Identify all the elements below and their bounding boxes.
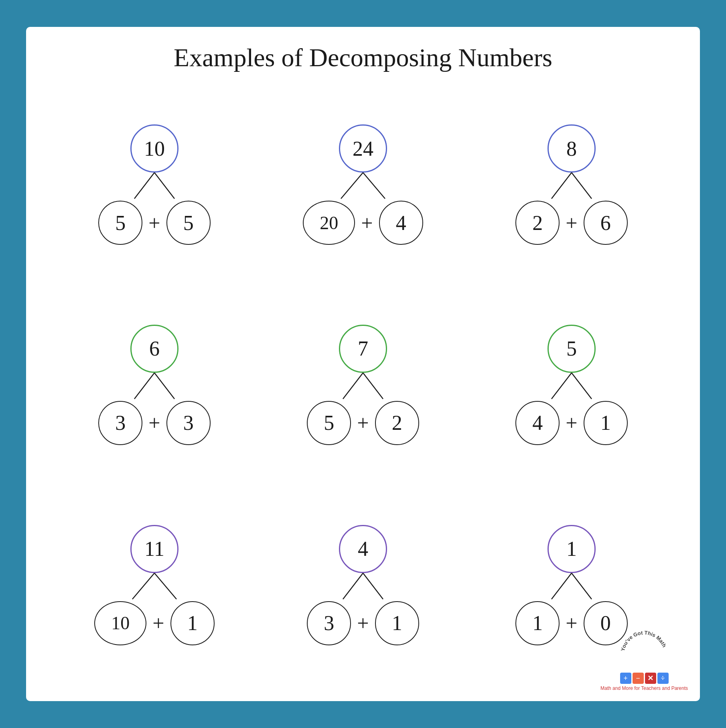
root-circle-4: 6	[130, 325, 178, 373]
leaves-row-4: 3 + 3	[98, 401, 210, 445]
left-leaf-2: 20	[303, 201, 355, 245]
right-leaf-6: 1	[584, 401, 628, 445]
root-circle-7: 11	[130, 525, 178, 573]
main-card: Examples of Decomposing Numbers 10 5 + 5	[26, 27, 700, 701]
svg-line-2	[341, 173, 363, 199]
left-leaf-5: 5	[307, 401, 351, 445]
branch-svg-9	[527, 573, 616, 601]
root-circle-2: 24	[339, 124, 387, 173]
branch-svg-7	[106, 573, 203, 601]
svg-line-9	[363, 373, 383, 399]
number-tree-1: 10 5 + 5	[98, 124, 210, 245]
number-tree-2: 24 20 + 4	[303, 124, 423, 245]
tree-cell-6: 5 4 + 1	[467, 285, 676, 485]
svg-line-3	[363, 173, 385, 199]
brand-tagline: Math and More for Teachers and Parents	[600, 685, 688, 691]
branch-svg-1	[110, 173, 199, 201]
left-leaf-3: 2	[515, 201, 560, 245]
number-tree-4: 6 3 + 3	[98, 325, 210, 445]
plus-4: +	[148, 411, 160, 435]
number-tree-9: 1 1 + 0	[515, 525, 627, 645]
branch-svg-3	[527, 173, 616, 201]
svg-line-11	[572, 373, 592, 399]
root-circle-9: 1	[548, 525, 596, 573]
branch-svg-2	[315, 173, 411, 201]
tree-top-9: 1	[527, 525, 616, 601]
right-leaf-2: 4	[379, 201, 423, 245]
number-tree-3: 8 2 + 6	[515, 124, 627, 245]
minus-icon: −	[633, 673, 644, 684]
divide-icon: ÷	[657, 673, 669, 684]
svg-line-0	[134, 173, 154, 199]
tree-top-5: 7	[319, 325, 407, 401]
svg-line-4	[552, 173, 572, 199]
page-title: Examples of Decomposing Numbers	[174, 43, 552, 73]
svg-line-1	[154, 173, 174, 199]
right-leaf-8: 1	[375, 601, 419, 645]
svg-line-10	[552, 373, 572, 399]
plus-2: +	[361, 211, 373, 235]
tree-cell-2: 24 20 + 4	[259, 85, 467, 285]
leaves-row-1: 5 + 5	[98, 201, 210, 245]
left-leaf-6: 4	[515, 401, 560, 445]
svg-line-6	[134, 373, 154, 399]
svg-text:You've Got This Math: You've Got This Math	[620, 630, 667, 652]
number-tree-5: 7 5 + 2	[307, 325, 419, 445]
tree-top-1: 10	[110, 124, 199, 201]
leaves-row-6: 4 + 1	[515, 401, 627, 445]
svg-line-12	[132, 573, 154, 599]
branch-svg-4	[110, 373, 199, 401]
branch-svg-5	[319, 373, 407, 401]
svg-line-15	[363, 573, 383, 599]
root-circle-5: 7	[339, 325, 387, 373]
left-leaf-1: 5	[98, 201, 142, 245]
number-tree-7: 11 10 + 1	[94, 525, 214, 645]
tree-cell-3: 8 2 + 6	[467, 85, 676, 285]
left-leaf-8: 3	[307, 601, 351, 645]
tree-top-4: 6	[110, 325, 199, 401]
leaves-row-3: 2 + 6	[515, 201, 627, 245]
svg-line-13	[154, 573, 176, 599]
svg-line-8	[343, 373, 363, 399]
plus-1: +	[148, 211, 160, 235]
root-circle-8: 4	[339, 525, 387, 573]
plus-8: +	[357, 611, 369, 635]
right-leaf-3: 6	[584, 201, 628, 245]
svg-line-17	[572, 573, 592, 599]
right-leaf-7: 1	[170, 601, 215, 645]
left-leaf-9: 1	[515, 601, 560, 645]
right-leaf-1: 5	[166, 201, 211, 245]
plus-9: +	[566, 611, 577, 635]
left-leaf-4: 3	[98, 401, 142, 445]
tree-top-6: 5	[527, 325, 616, 401]
watermark: You've Got This Math + − ✕ ÷ Math and Mo…	[600, 628, 688, 691]
svg-line-7	[154, 373, 174, 399]
leaves-row-5: 5 + 2	[307, 401, 419, 445]
tree-cell-5: 7 5 + 2	[259, 285, 467, 485]
number-tree-6: 5 4 + 1	[515, 325, 627, 445]
tree-top-7: 11	[106, 525, 203, 601]
leaves-row-7: 10 + 1	[94, 601, 214, 645]
right-leaf-5: 2	[375, 401, 419, 445]
branch-svg-8	[319, 573, 407, 601]
plus-6: +	[566, 411, 577, 435]
root-circle-6: 5	[548, 325, 596, 373]
plus-7: +	[152, 611, 164, 635]
branch-svg-6	[527, 373, 616, 401]
brand-icons-row: + − ✕ ÷	[620, 673, 669, 684]
tree-top-8: 4	[319, 525, 407, 601]
left-leaf-7: 10	[94, 601, 146, 645]
tree-cell-7: 11 10 + 1	[50, 485, 259, 685]
root-circle-1: 10	[130, 124, 178, 173]
svg-line-16	[552, 573, 572, 599]
tree-cell-8: 4 3 + 1	[259, 485, 467, 685]
plus-3: +	[566, 211, 577, 235]
svg-line-5	[572, 173, 592, 199]
number-tree-8: 4 3 + 1	[307, 525, 419, 645]
plus-5: +	[357, 411, 369, 435]
tree-top-2: 24	[315, 124, 411, 201]
times-icon: ✕	[645, 673, 656, 684]
leaves-row-8: 3 + 1	[307, 601, 419, 645]
root-circle-3: 8	[548, 124, 596, 173]
plus-icon: +	[620, 673, 631, 684]
